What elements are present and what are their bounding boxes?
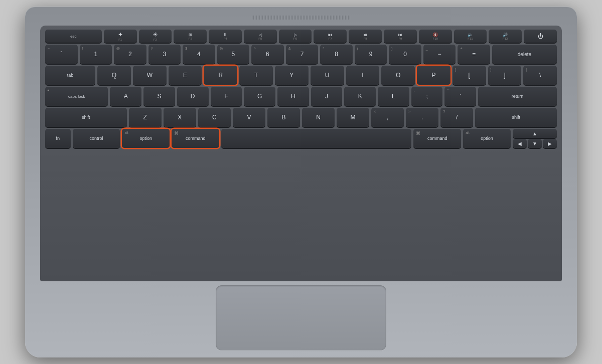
key-t[interactable]: T xyxy=(239,66,273,85)
key-f3[interactable]: ⊞ F3 xyxy=(174,30,207,43)
key-period[interactable]: > . xyxy=(406,108,438,127)
key-6[interactable]: ^ 6 xyxy=(251,45,284,64)
key-control[interactable]: control xyxy=(73,129,120,148)
key-minus[interactable]: _ − xyxy=(423,45,456,64)
key-shift-right[interactable]: shift xyxy=(475,108,557,127)
key-8[interactable]: * 8 xyxy=(320,45,353,64)
key-d[interactable]: D xyxy=(177,87,209,106)
key-h[interactable]: H xyxy=(277,87,309,106)
key-return[interactable]: return xyxy=(478,87,557,106)
key-option-left[interactable]: alt option xyxy=(122,129,170,148)
key-q[interactable]: Q xyxy=(97,66,131,85)
bottom-row: fn control alt option ⌘ command ⌘ comman… xyxy=(45,129,557,148)
key-s[interactable]: S xyxy=(143,87,175,106)
key-5[interactable]: % 5 xyxy=(217,45,250,64)
key-option-right[interactable]: alt option xyxy=(463,129,511,148)
key-rbracket[interactable]: } ] xyxy=(488,66,522,85)
key-slash[interactable]: ? / xyxy=(440,108,473,127)
key-f6[interactable]: ▷ F6 xyxy=(279,30,312,43)
key-command-right[interactable]: ⌘ command xyxy=(413,129,461,148)
key-o[interactable]: O xyxy=(381,66,415,85)
key-f9[interactable]: ⏭ F9 xyxy=(384,30,417,43)
key-r[interactable]: R xyxy=(204,66,237,85)
key-f1[interactable]: ✦ F1 xyxy=(104,30,137,43)
key-b[interactable]: B xyxy=(267,108,300,127)
key-arrow-left[interactable]: ◀ xyxy=(513,139,527,148)
qwerty-row: tab Q W E R T Y U I O P { [ } ] | \ xyxy=(45,66,557,85)
fn-row: esc ✦ F1 ☀ F2 ⊞ F3 ⠿ F4 ◁ F5 xyxy=(45,30,557,43)
trackpad[interactable] xyxy=(216,285,386,350)
key-7[interactable]: & 7 xyxy=(286,45,319,64)
keyboard-area: esc ✦ F1 ☀ F2 ⊞ F3 ⠿ F4 ◁ F5 xyxy=(40,26,562,281)
key-j[interactable]: J xyxy=(311,87,343,106)
asdf-row: ● caps lock A S D F G H J K L : ; " ' re… xyxy=(45,87,557,106)
key-w[interactable]: W xyxy=(133,66,167,85)
key-f10[interactable]: 🔇 F10 xyxy=(419,30,452,43)
key-backtick[interactable]: ~ ` xyxy=(45,45,78,64)
key-lbracket[interactable]: { [ xyxy=(453,66,486,85)
key-v[interactable]: V xyxy=(233,108,265,127)
key-capslock[interactable]: ● caps lock xyxy=(45,87,108,106)
key-quote[interactable]: " ' xyxy=(444,87,476,106)
key-n[interactable]: N xyxy=(302,108,335,127)
key-f[interactable]: F xyxy=(211,87,242,106)
number-row: ~ ` ! 1 @ 2 # 3 $ 4 % 5 xyxy=(45,45,557,64)
key-comma[interactable]: < , xyxy=(371,108,404,127)
key-backslash[interactable]: | \ xyxy=(523,66,557,85)
key-m[interactable]: M xyxy=(337,108,369,127)
key-y[interactable]: Y xyxy=(275,66,309,85)
key-i[interactable]: I xyxy=(346,66,380,85)
key-spacebar[interactable] xyxy=(221,129,411,148)
key-1[interactable]: ! 1 xyxy=(80,45,112,64)
key-u[interactable]: U xyxy=(311,66,344,85)
key-equals[interactable]: + = xyxy=(458,45,490,64)
key-f2[interactable]: ☀ F2 xyxy=(139,30,172,43)
key-semicolon[interactable]: : ; xyxy=(411,87,443,106)
key-power[interactable]: ⏻ xyxy=(524,30,557,43)
key-tab[interactable]: tab xyxy=(45,66,95,85)
key-arrow-up[interactable]: ▲ xyxy=(513,129,557,138)
key-4[interactable]: $ 4 xyxy=(183,45,215,64)
key-2[interactable]: @ 2 xyxy=(114,45,146,64)
key-esc[interactable]: esc xyxy=(45,30,102,43)
key-command-left[interactable]: ⌘ command xyxy=(172,129,219,148)
key-e[interactable]: E xyxy=(169,66,202,85)
key-fn[interactable]: fn xyxy=(45,129,71,148)
key-f11[interactable]: 🔉 F11 xyxy=(454,30,487,43)
key-g[interactable]: G xyxy=(244,87,275,106)
speaker-grille xyxy=(251,16,351,20)
key-k[interactable]: K xyxy=(344,87,376,106)
key-3[interactable]: # 3 xyxy=(148,45,181,64)
key-l[interactable]: L xyxy=(378,87,409,106)
key-0[interactable]: ) 0 xyxy=(389,45,421,64)
macbook-laptop: esc ✦ F1 ☀ F2 ⊞ F3 ⠿ F4 ◁ F5 xyxy=(25,7,577,357)
key-arrow-right[interactable]: ▶ xyxy=(543,139,557,148)
key-a[interactable]: A xyxy=(110,87,141,106)
key-c[interactable]: C xyxy=(198,108,231,127)
key-p[interactable]: P xyxy=(417,66,450,85)
key-f12[interactable]: 🔊 F12 xyxy=(489,30,522,43)
key-delete[interactable]: delete xyxy=(492,45,557,64)
key-9[interactable]: ( 9 xyxy=(355,45,387,64)
key-x[interactable]: X xyxy=(164,108,196,127)
key-f8[interactable]: ⏯ F8 xyxy=(349,30,382,43)
key-shift-left[interactable]: shift xyxy=(45,108,127,127)
key-z[interactable]: Z xyxy=(129,108,162,127)
key-f4[interactable]: ⠿ F4 xyxy=(209,30,242,43)
key-f5[interactable]: ◁ F5 xyxy=(244,30,277,43)
key-arrow-down[interactable]: ▼ xyxy=(528,139,542,148)
zxcv-row: shift Z X C V B N M < , > . ? / shift xyxy=(45,108,557,127)
trackpad-area xyxy=(40,281,562,352)
key-f7[interactable]: ⏮ F7 xyxy=(314,30,347,43)
